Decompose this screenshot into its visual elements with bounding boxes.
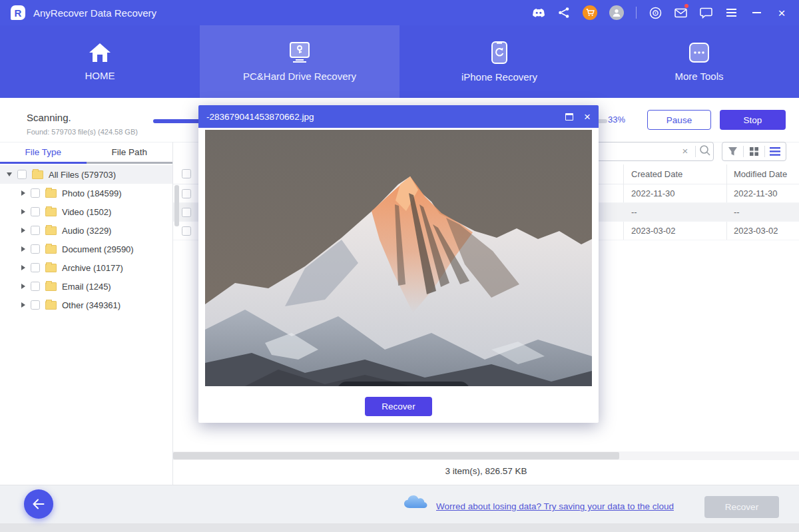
monitor-key-icon xyxy=(286,41,313,64)
chevron-right-icon[interactable] xyxy=(21,284,25,289)
scan-found-text: Found: 579703 file(s) (424.58 GB) xyxy=(27,128,138,136)
fullscreen-icon[interactable] xyxy=(346,386,359,387)
cell-created-date: 2022-11-30 xyxy=(631,188,675,198)
tab-more-tools[interactable]: More Tools xyxy=(599,25,799,98)
chevron-down-icon[interactable] xyxy=(7,172,12,176)
checkbox[interactable] xyxy=(17,170,27,179)
bottom-strip xyxy=(0,523,799,532)
row-checkbox[interactable] xyxy=(182,189,191,198)
column-header-modified-date[interactable]: Modified Date xyxy=(734,169,787,179)
anyrecover-window: R AnyRecover Data Recovery xyxy=(0,0,799,532)
titlebar: R AnyRecover Data Recovery xyxy=(0,0,799,25)
list-view-icon[interactable] xyxy=(765,142,786,160)
minimize-icon[interactable] xyxy=(750,6,763,19)
recover-button[interactable]: Recover xyxy=(365,397,432,416)
pause-button[interactable]: Pause xyxy=(647,110,711,130)
horizontal-scrollbar-track xyxy=(173,451,799,460)
tree-item-label: All Files (579703) xyxy=(49,170,116,180)
discord-icon[interactable] xyxy=(532,6,545,19)
checkbox[interactable] xyxy=(31,263,40,272)
horizontal-scrollbar[interactable] xyxy=(173,452,619,459)
select-all-checkbox[interactable] xyxy=(182,169,191,178)
nav-label: HOME xyxy=(85,70,115,81)
clear-icon[interactable]: × xyxy=(678,144,692,158)
titlebar-divider xyxy=(636,7,637,19)
tree-item-archive[interactable]: Archive (10177) xyxy=(0,258,172,277)
tree-item-other[interactable]: Other (349361) xyxy=(0,296,172,314)
share-icon[interactable] xyxy=(557,6,571,19)
nav-label: More Tools xyxy=(674,71,723,82)
checkbox[interactable] xyxy=(31,226,40,235)
nav-label: iPhone Recovery xyxy=(461,71,537,83)
mail-icon[interactable] xyxy=(674,6,687,19)
tree-item-label: Photo (184599) xyxy=(62,188,122,198)
close-icon[interactable]: × xyxy=(775,6,788,19)
tree-item-email[interactable]: Email (1245) xyxy=(0,277,172,296)
stop-button[interactable]: Stop xyxy=(720,110,786,130)
back-button[interactable] xyxy=(24,489,53,519)
tree-item-label: Archive (10177) xyxy=(62,263,123,273)
checkbox[interactable] xyxy=(31,282,40,291)
maximize-icon[interactable] xyxy=(565,113,573,121)
mountain-photo xyxy=(205,130,592,386)
grid-view-icon[interactable] xyxy=(744,142,764,160)
chevron-right-icon[interactable] xyxy=(21,302,25,308)
chevron-right-icon[interactable] xyxy=(21,209,25,214)
chevron-right-icon[interactable] xyxy=(21,246,25,252)
tab-file-path[interactable]: File Path xyxy=(87,142,173,164)
selection-summary: 3 item(s), 826.57 KB xyxy=(173,466,799,476)
close-icon[interactable]: × xyxy=(584,111,591,123)
menu-icon[interactable] xyxy=(724,6,738,19)
tree-item-label: Other (349361) xyxy=(62,300,121,310)
chevron-right-icon[interactable] xyxy=(21,190,25,196)
cell-created-date: -- xyxy=(631,207,637,217)
footer-bar: Worred about losing data? Try saving you… xyxy=(0,485,799,523)
account-icon[interactable] xyxy=(609,5,624,20)
tree-item-all-files[interactable]: All Files (579703) xyxy=(0,165,172,184)
column-header-created-date[interactable]: Created Date xyxy=(631,169,682,179)
chevron-right-icon[interactable] xyxy=(21,265,25,270)
sidebar-tabs: File Type File Path xyxy=(0,142,172,164)
checkbox[interactable] xyxy=(31,244,40,254)
preview-filename: -283679041453870662.jpg xyxy=(206,112,314,122)
rotate-right-icon[interactable]: 90 xyxy=(448,386,461,387)
zoom-in-icon[interactable] xyxy=(372,386,384,387)
tree-item-label: Document (29590) xyxy=(62,244,134,254)
tree-item-audio[interactable]: Audio (3229) xyxy=(0,221,172,240)
cell-modified-date: -- xyxy=(734,207,740,217)
folder-icon xyxy=(45,264,57,272)
image-preview: 90 90 xyxy=(205,130,592,386)
filter-icon[interactable] xyxy=(722,142,743,160)
cart-icon[interactable] xyxy=(583,5,597,20)
record-icon[interactable] xyxy=(649,6,662,19)
more-dots-icon xyxy=(688,41,710,64)
tree-item-photo[interactable]: Photo (184599) xyxy=(0,184,172,202)
view-toggle-group xyxy=(722,142,786,161)
sidebar: File Type File Path All Files (579703) P… xyxy=(0,142,173,485)
checkbox[interactable] xyxy=(31,300,40,310)
tree-item-document[interactable]: Document (29590) xyxy=(0,240,172,258)
rotate-left-icon[interactable]: 90 xyxy=(423,386,435,387)
row-checkbox[interactable] xyxy=(182,226,191,236)
tab-file-type[interactable]: File Type xyxy=(0,142,87,164)
recover-button-disabled[interactable]: Recover xyxy=(704,496,779,518)
mail-notification-dot xyxy=(684,4,688,8)
row-checkbox[interactable] xyxy=(182,208,191,217)
chat-icon[interactable] xyxy=(699,6,712,19)
tree-item-video[interactable]: Video (1502) xyxy=(0,202,172,221)
vertical-scrollbar[interactable] xyxy=(174,185,179,226)
checkbox[interactable] xyxy=(31,207,40,216)
scan-status-text: Scanning. xyxy=(27,112,71,123)
tab-pc-hard-drive-recovery[interactable]: PC&Hard Drive Recovery xyxy=(200,25,400,98)
cell-modified-date: 2023-03-02 xyxy=(734,226,778,236)
cloud-backup-link[interactable]: Worred about losing data? Try saving you… xyxy=(436,501,674,511)
folder-icon xyxy=(45,208,57,216)
tree-item-label: Email (1245) xyxy=(62,282,111,292)
cell-modified-date: 2022-11-30 xyxy=(734,188,778,198)
chevron-right-icon[interactable] xyxy=(21,228,25,233)
tab-home[interactable]: HOME xyxy=(0,25,200,98)
zoom-out-icon[interactable] xyxy=(398,386,410,387)
checkbox[interactable] xyxy=(31,188,40,198)
search-icon[interactable] xyxy=(699,144,712,158)
tab-iphone-recovery[interactable]: iPhone Recovery xyxy=(400,25,599,98)
